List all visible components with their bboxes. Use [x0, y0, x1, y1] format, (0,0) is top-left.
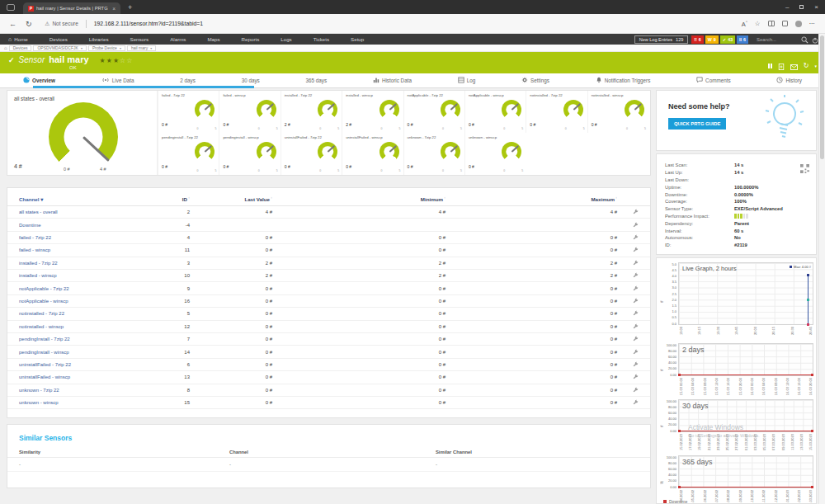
close-tab-icon[interactable]: ×	[112, 6, 116, 12]
table-row[interactable]: installed - 7zip 2232 #2 #2 #	[7, 257, 650, 270]
wrench-icon[interactable]	[633, 222, 639, 228]
wrench-icon[interactable]	[633, 247, 639, 253]
wrench-icon[interactable]	[633, 323, 639, 330]
graph-live-graph-2-hours[interactable]: #5.04.54.03.53.02.52.01.51.00.50.0Live G…	[659, 262, 813, 341]
logout-icon[interactable]	[812, 32, 818, 47]
wrench-icon[interactable]	[633, 349, 639, 356]
wrench-icon[interactable]	[633, 285, 639, 292]
graph-2-days[interactable]: #100.0080.0060.0040.0020.000.002 days15.…	[659, 343, 813, 398]
tab-settings[interactable]: Settings	[521, 77, 549, 84]
nav-item-sensors[interactable]: Sensors	[120, 36, 160, 42]
nav-item-libraries[interactable]: Libraries	[78, 36, 120, 42]
maximize-button[interactable]	[799, 5, 804, 9]
tab-365-days[interactable]: 365 days	[306, 78, 328, 83]
add-report-icon[interactable]	[778, 59, 785, 73]
tab-30-days[interactable]: 30 days	[242, 78, 260, 83]
tab-live-data[interactable]: Live Data	[101, 77, 134, 84]
home-crumb-icon[interactable]: ⌂	[4, 45, 7, 50]
url-bar[interactable]: ⚠ Not secure 192.168.2.111/sensor.htm?id…	[45, 20, 204, 28]
table-row[interactable]: failed - winscp110 #0 #0 #	[7, 244, 650, 257]
tab-log[interactable]: Log	[458, 77, 476, 84]
priority-stars[interactable]: ★★★☆☆	[100, 57, 134, 64]
tab-notification-triggers[interactable]: Notification Triggers	[596, 77, 651, 84]
nav-item-alarms[interactable]: Alarms	[159, 36, 196, 42]
graph-365-days[interactable]: %100.0080.0060.0040.0020.000.00365 days0…	[659, 455, 813, 504]
new-log-entries-button[interactable]: New Log Entries 129	[634, 35, 689, 44]
profile-avatar[interactable]	[795, 21, 802, 27]
table-row[interactable]: notApplicable - 7zip 2290 #0 #0 #	[7, 282, 650, 294]
wrench-icon[interactable]	[633, 361, 639, 368]
favorites-icon[interactable]: ☆	[755, 20, 761, 27]
nav-item-logs[interactable]: Logs	[270, 36, 302, 42]
star-filled-icon[interactable]: ★	[106, 57, 113, 64]
badge-paused[interactable]: II6	[737, 35, 748, 44]
wrench-icon[interactable]	[633, 298, 639, 304]
similar-row[interactable]: ---	[7, 458, 650, 472]
column-last-value[interactable]: Last Value↕	[190, 195, 272, 202]
nav-item-devices[interactable]: Devices	[39, 36, 78, 42]
search-input[interactable]	[757, 37, 798, 42]
breadcrumb-item-devices[interactable]: Devices	[9, 45, 32, 51]
minimize-button[interactable]: –	[785, 3, 789, 11]
table-row[interactable]: notApplicable - winscp160 #0 #0 #	[7, 295, 650, 308]
tab-history[interactable]: History	[776, 77, 802, 84]
column-maximum[interactable]: Maximum↕	[446, 195, 617, 202]
wrench-icon[interactable]	[633, 374, 639, 380]
browser-tab[interactable]: P hail mary | Sensor Details | PRTG ×	[23, 2, 120, 14]
nav-item-tickets[interactable]: Tickets	[303, 36, 340, 42]
column-id[interactable]: ID↕	[148, 195, 190, 202]
badge-ok[interactable]: ✓43	[720, 35, 735, 44]
tab-historic-data[interactable]: Historic Data	[373, 77, 412, 84]
quick-prtg-guide-button[interactable]: QUICK PRTG GUIDE	[668, 118, 726, 130]
table-row[interactable]: notinstalled - 7zip 2250 #0 #0 #	[7, 308, 650, 320]
wrench-icon[interactable]	[633, 272, 639, 279]
qr-code-icon[interactable]	[800, 162, 809, 177]
column-channel[interactable]: Channel ▾	[19, 196, 148, 202]
breadcrumb-item-probe-device[interactable]: Probe Device▾	[88, 45, 125, 51]
table-row[interactable]: uninstallFailed - 7zip 2260 #0 #0 #	[7, 359, 650, 371]
table-row[interactable]: all states - overall24 #4 #4 #	[7, 206, 650, 219]
pause-icon[interactable]	[768, 64, 772, 68]
wrench-icon[interactable]	[633, 387, 639, 393]
table-row[interactable]: Downtime-4	[7, 219, 650, 231]
graph-30-days[interactable]: #100.0080.0060.0040.0020.000.0030 days15…	[659, 399, 813, 454]
read-aloud-icon[interactable]: A^	[742, 20, 747, 28]
table-row[interactable]: unknown - 7zip 2280 #0 #0 #	[7, 384, 650, 397]
nav-item-home[interactable]: ⌂Home	[7, 36, 39, 42]
table-row[interactable]: failed - 7zip 2240 #0 #0 #	[7, 232, 650, 244]
wrench-icon[interactable]	[633, 399, 639, 406]
nav-item-maps[interactable]: Maps	[196, 36, 230, 42]
nav-item-reports[interactable]: Reports	[231, 36, 271, 42]
column-minimum[interactable]: Minimum↕	[272, 195, 446, 202]
tab-comments[interactable]: Comments	[696, 77, 730, 84]
table-row[interactable]: uninstallFailed - winscp130 #0 #0 #	[7, 371, 650, 384]
scrollbar-thumb[interactable]	[820, 35, 824, 159]
browser-menu-icon[interactable]: ⋯	[809, 20, 816, 27]
table-row[interactable]: unknown - winscp150 #0 #0 #	[7, 397, 650, 409]
wrench-icon[interactable]	[633, 336, 639, 342]
extensions-icon[interactable]	[782, 21, 788, 26]
star-empty-icon[interactable]: ☆	[120, 57, 126, 64]
badge-alarms[interactable]: !!6	[691, 35, 703, 44]
refresh-sensor-icon[interactable]: ↻	[804, 64, 809, 68]
breadcrumb-item-opsdvmdasidcfjk[interactable]: OPSDVMDASIDCFJK▾	[33, 45, 86, 51]
search-icon[interactable]	[801, 32, 808, 47]
new-tab-button[interactable]: +	[128, 3, 132, 12]
wrench-icon[interactable]	[633, 234, 639, 241]
mail-icon[interactable]	[790, 59, 798, 73]
wrench-icon[interactable]	[633, 209, 639, 215]
table-row[interactable]: pendingInstall - 7zip 2270 #0 #0 #	[7, 333, 650, 346]
star-empty-icon[interactable]: ☆	[126, 57, 133, 64]
split-screen-icon[interactable]	[768, 21, 775, 26]
chevron-down-icon[interactable]: ▾	[814, 64, 817, 68]
breadcrumb-item-hail-mary[interactable]: hail mary▾	[127, 45, 156, 51]
nav-item-setup[interactable]: Setup	[340, 36, 375, 42]
table-row[interactable]: installed - winscp102 #2 #2 #	[7, 270, 650, 282]
table-row[interactable]: pendingInstall - winscp140 #0 #0 #	[7, 346, 650, 358]
refresh-icon[interactable]: ↻	[26, 20, 32, 28]
workspace-icon[interactable]	[7, 4, 15, 11]
close-window-button[interactable]: ×	[814, 3, 818, 11]
star-filled-icon[interactable]: ★	[100, 57, 106, 64]
table-row[interactable]: notinstalled - winscp120 #0 #0 #	[7, 321, 650, 333]
wrench-icon[interactable]	[633, 260, 639, 266]
